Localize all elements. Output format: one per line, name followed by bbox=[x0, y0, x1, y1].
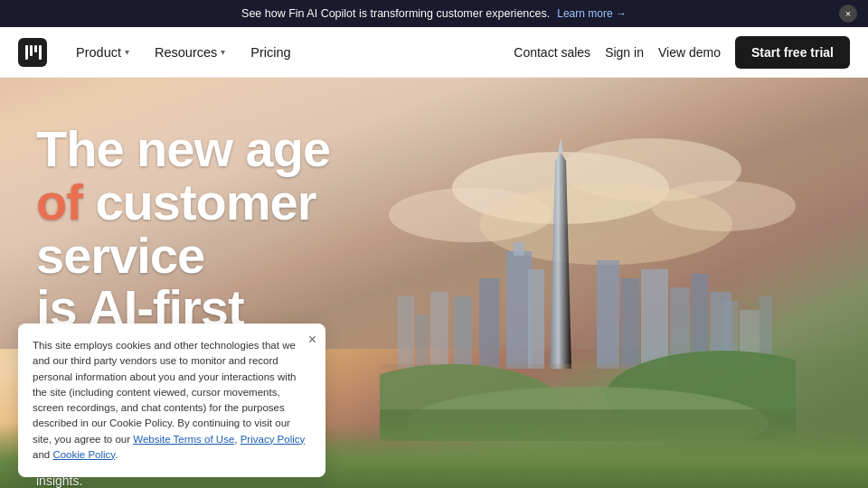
logo-icon bbox=[18, 38, 47, 67]
svg-rect-22 bbox=[528, 269, 544, 369]
main-navbar: Product ▾ Resources ▾ Pricing Contact sa… bbox=[0, 27, 868, 78]
banner-link[interactable]: Learn more → bbox=[557, 7, 627, 20]
cookie-consent-banner: × This site employs cookies and other te… bbox=[18, 324, 326, 477]
hero-section: The new age of customer service is AI-fi… bbox=[0, 78, 868, 488]
nav-pricing[interactable]: Pricing bbox=[240, 40, 301, 65]
banner-text: See how Fin AI Copilot is transforming c… bbox=[241, 7, 550, 20]
svg-rect-23 bbox=[597, 260, 619, 369]
nav-product[interactable]: Product ▾ bbox=[65, 40, 140, 65]
svg-rect-19 bbox=[514, 242, 524, 256]
logo-link[interactable] bbox=[18, 38, 47, 67]
svg-rect-25 bbox=[641, 269, 668, 369]
nav-right-links: Contact sales Sign in View demo Start fr… bbox=[514, 36, 850, 69]
product-chevron-icon: ▾ bbox=[125, 47, 129, 57]
logo-svg bbox=[24, 43, 42, 61]
cookie-policy-link[interactable]: Cookie Policy bbox=[52, 449, 115, 460]
svg-rect-2 bbox=[34, 45, 37, 52]
view-demo-nav-button[interactable]: View demo bbox=[658, 38, 721, 67]
cookie-close-button[interactable]: × bbox=[308, 333, 316, 347]
svg-rect-1 bbox=[30, 45, 33, 56]
resources-chevron-icon: ▾ bbox=[221, 47, 225, 57]
hero-heading: The new age of customer service is AI-fi… bbox=[36, 123, 488, 335]
privacy-policy-link[interactable]: Privacy Policy bbox=[241, 434, 306, 445]
nav-resources[interactable]: Resources ▾ bbox=[144, 40, 236, 65]
contact-sales-link[interactable]: Contact sales bbox=[514, 45, 590, 60]
nav-left-links: Product ▾ Resources ▾ Pricing bbox=[65, 40, 514, 65]
svg-rect-0 bbox=[25, 45, 28, 60]
start-trial-nav-button[interactable]: Start free trial bbox=[735, 36, 850, 69]
svg-rect-24 bbox=[621, 278, 639, 369]
terms-of-use-link[interactable]: Website Terms of Use bbox=[133, 434, 234, 445]
svg-marker-16 bbox=[558, 138, 563, 154]
announcement-banner: See how Fin AI Copilot is transforming c… bbox=[0, 0, 868, 27]
svg-rect-3 bbox=[39, 45, 42, 60]
cookie-text: This site employs cookies and other tech… bbox=[33, 338, 311, 463]
banner-close-button[interactable]: × bbox=[839, 5, 857, 23]
sign-in-link[interactable]: Sign in bbox=[605, 45, 644, 60]
svg-rect-18 bbox=[506, 251, 532, 369]
